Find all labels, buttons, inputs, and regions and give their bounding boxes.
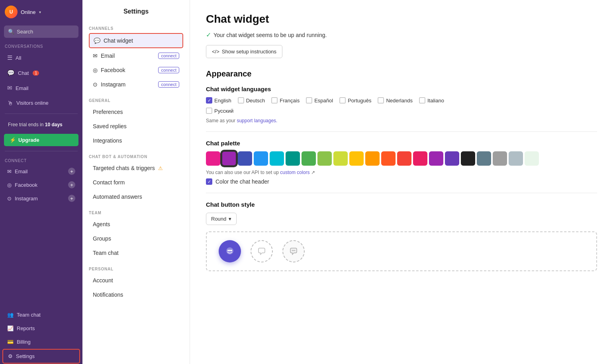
user-profile[interactable]: U Online ▾ — [0, 0, 82, 24]
warn-icon: ⚠ — [158, 165, 163, 171]
settings-nav-account[interactable]: Account — [89, 274, 183, 287]
lang-nederlands[interactable]: Nederlands — [378, 97, 413, 104]
lang-deutsch-checkbox[interactable] — [238, 97, 244, 104]
support-languages-link[interactable]: support languages. — [237, 118, 277, 123]
lang-russian[interactable]: Русский — [206, 108, 233, 114]
settings-nav-chat-widget[interactable]: 💬 Chat widget — [89, 33, 183, 48]
settings-nav-contact-form[interactable]: Contact form — [89, 176, 183, 189]
connect-item-facebook[interactable]: ◎ Facebook + — [2, 178, 80, 191]
lang-deutsch[interactable]: Deutsch — [238, 97, 265, 104]
settings-nav-email[interactable]: ✉ Email connect — [89, 49, 183, 63]
sidebar-item-reports[interactable]: 📈 Reports — [2, 322, 80, 335]
add-facebook-button[interactable]: + — [68, 181, 75, 188]
automated-answers-label: Automated answers — [93, 194, 142, 200]
add-instagram-button[interactable]: + — [68, 195, 75, 202]
settings-nav-preferences[interactable]: Preferences — [89, 105, 183, 119]
reports-icon: 📈 — [7, 325, 14, 331]
chat-button-round-active[interactable] — [219, 240, 241, 262]
palette-swatch-15[interactable] — [445, 151, 459, 166]
chat-button-round-2[interactable] — [251, 240, 273, 262]
settings-nav-automated-answers[interactable]: Automated answers — [89, 190, 183, 204]
settings-nav-notifications[interactable]: Notifications — [89, 288, 183, 301]
lang-francais[interactable]: Français — [271, 97, 300, 104]
palette-swatch-19[interactable] — [509, 151, 523, 166]
palette-swatch-4[interactable] — [270, 151, 284, 166]
chat-widget-nav-label: Chat widget — [104, 37, 133, 44]
palette-swatch-14[interactable] — [429, 151, 443, 166]
code-icon: </> — [212, 49, 219, 55]
palette-swatch-17[interactable] — [477, 151, 491, 166]
email-connect-badge[interactable]: connect — [158, 53, 179, 59]
sidebar-item-team-chat[interactable]: 👥 Team chat — [2, 308, 80, 321]
lang-espanol[interactable]: Español — [306, 97, 333, 104]
palette-swatch-9[interactable] — [349, 151, 364, 166]
settings-nav-saved-replies[interactable]: Saved replies — [89, 119, 183, 133]
color-header-checkbox[interactable]: ✓ — [206, 178, 212, 185]
palette-swatch-16[interactable] — [461, 151, 475, 166]
lang-francais-checkbox[interactable] — [271, 97, 278, 104]
settings-nav-groups[interactable]: Groups — [89, 232, 183, 245]
connect-instagram-icon: ⊙ — [7, 196, 12, 202]
sidebar-item-settings[interactable]: ⚙ Settings — [2, 349, 80, 364]
custom-colors-link[interactable]: custom colors — [280, 170, 309, 175]
palette-swatch-7[interactable] — [317, 151, 332, 166]
lang-russian-checkbox[interactable] — [206, 108, 212, 114]
connect-item-instagram[interactable]: ⊙ Instagram + — [2, 192, 80, 205]
settings-nav-instagram[interactable]: ⊙ Instagram connect — [89, 78, 183, 91]
sidebar-item-all[interactable]: ☰ All — [2, 51, 80, 65]
chat-button-round-3[interactable] — [282, 240, 305, 262]
team-chat-settings-label: Team chat — [93, 250, 119, 256]
status-line: ✓ Your chat widget seems to be up and ru… — [206, 31, 597, 39]
palette-swatch-8[interactable] — [333, 151, 348, 166]
palette-swatch-6[interactable] — [302, 151, 316, 166]
settings-nav-facebook[interactable]: ◎ Facebook connect — [89, 63, 183, 77]
lang-english[interactable]: ✓ English — [206, 97, 231, 104]
general-label: GENERAL — [89, 98, 183, 103]
appearance-title: Appearance — [206, 69, 597, 78]
color-header-label: Color the chat header — [215, 178, 269, 185]
settings-nav-triggers[interactable]: Targeted chats & triggers ⚠ — [89, 161, 183, 175]
facebook-connect-badge[interactable]: connect — [158, 67, 179, 73]
button-style-dropdown[interactable]: Round ▾ — [206, 213, 237, 225]
lang-portugues-checkbox[interactable] — [339, 97, 346, 104]
settings-nav-team-chat[interactable]: Team chat — [89, 246, 183, 260]
lang-portugues-label: Português — [348, 98, 371, 104]
sidebar-item-chat[interactable]: 💬 Chat 1 — [2, 66, 80, 80]
sidebar-item-billing[interactable]: 💳 Billing — [2, 335, 80, 348]
palette-swatch-20[interactable] — [525, 151, 539, 166]
palette-swatch-18[interactable] — [493, 151, 507, 166]
sidebar-item-visitors[interactable]: 🖱 Visitors online — [2, 96, 80, 110]
palette-swatch-11[interactable] — [381, 151, 396, 166]
palette-swatch-13[interactable] — [413, 151, 427, 166]
settings-label: Settings — [16, 353, 35, 359]
svg-point-3 — [231, 250, 232, 251]
settings-nav-agents[interactable]: Agents — [89, 217, 183, 231]
team-section: TEAM Agents Groups Team chat — [82, 206, 190, 262]
show-setup-instructions-button[interactable]: </> Show setup instructions — [206, 45, 282, 58]
lang-italiano[interactable]: Italiano — [419, 97, 444, 104]
lang-nederlands-checkbox[interactable] — [378, 97, 384, 104]
languages-title: Chat widget languages — [206, 86, 597, 92]
add-email-button[interactable]: + — [68, 168, 75, 175]
sidebar-item-email[interactable]: ✉ Email — [2, 81, 80, 95]
lang-espanol-checkbox[interactable] — [306, 97, 312, 104]
instagram-connect-badge[interactable]: connect — [158, 81, 179, 88]
palette-swatch-10[interactable] — [365, 151, 380, 166]
lang-italiano-checkbox[interactable] — [419, 97, 425, 104]
palette-swatch-5[interactable] — [286, 151, 300, 166]
lang-english-checkbox[interactable]: ✓ — [206, 97, 212, 104]
palette-swatch-3[interactable] — [254, 151, 268, 166]
palette-swatch-1[interactable] — [222, 151, 236, 166]
palette-swatch-2[interactable] — [238, 151, 252, 166]
lang-portugues[interactable]: Português — [339, 97, 371, 104]
upgrade-button[interactable]: ⚡ Upgrade — [4, 134, 78, 146]
palette-swatch-12[interactable] — [397, 151, 411, 166]
palette-swatch-0[interactable] — [206, 151, 220, 166]
lang-russian-label: Русский — [214, 108, 233, 114]
svg-point-2 — [229, 250, 231, 251]
sidebar: U Online ▾ 🔍 Search Conversations ☰ All … — [0, 0, 82, 364]
button-style-title: Chat button style — [206, 201, 597, 208]
search-bar[interactable]: 🔍 Search — [4, 25, 78, 38]
connect-item-email[interactable]: ✉ Email + — [2, 165, 80, 178]
settings-nav-integrations[interactable]: Integrations — [89, 134, 183, 147]
